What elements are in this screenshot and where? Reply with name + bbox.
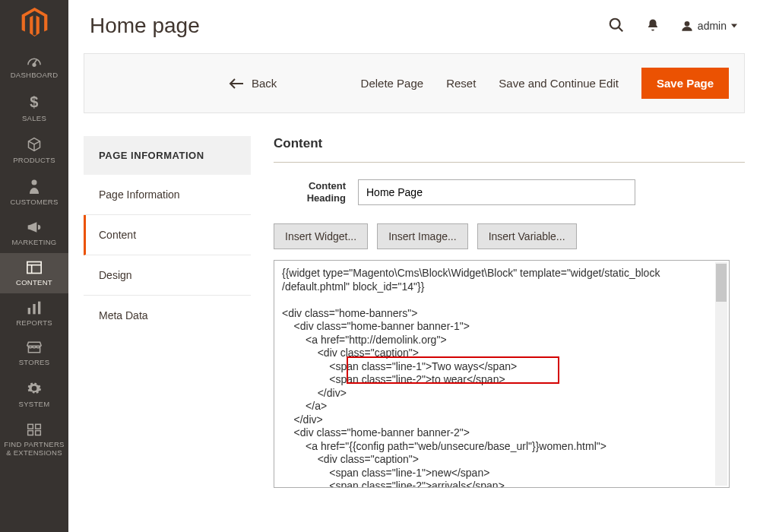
nav-content[interactable]: CONTENT xyxy=(0,253,68,293)
svg-line-1 xyxy=(34,59,37,63)
save-page-button[interactable]: Save Page xyxy=(641,68,729,99)
svg-rect-4 xyxy=(27,261,41,273)
insert-variable-button[interactable]: Insert Variable... xyxy=(477,223,577,249)
user-name: admin xyxy=(698,20,727,32)
person-icon xyxy=(3,179,65,195)
insert-image-button[interactable]: Insert Image... xyxy=(377,223,467,249)
code-line: </div> xyxy=(282,387,721,401)
svg-rect-13 xyxy=(36,431,41,435)
svg-rect-12 xyxy=(28,431,33,435)
code-line: <div class="home-banners"> xyxy=(282,307,721,321)
svg-point-3 xyxy=(32,179,37,185)
svg-line-15 xyxy=(619,27,623,31)
bars-icon xyxy=(3,301,65,316)
code-line: <div class="caption"> xyxy=(282,347,721,360)
megaphone-icon xyxy=(3,220,65,236)
nav-reports[interactable]: REPORTS xyxy=(0,293,68,334)
top-bar: Home page admin xyxy=(68,0,760,53)
scrollbar-thumb[interactable] xyxy=(716,264,727,302)
content-html-editor[interactable]: {{widget type="Magento\Cms\Block\Widget\… xyxy=(274,260,730,488)
user-icon xyxy=(681,20,693,32)
code-line: <span class="line-2">arrivals</span> xyxy=(282,480,721,488)
code-line: <span class="line-2">to wear</span> xyxy=(282,373,721,387)
dollar-icon: $ xyxy=(3,93,65,112)
nav-stores[interactable]: STORES xyxy=(0,333,68,373)
svg-rect-9 xyxy=(38,301,40,314)
svg-point-14 xyxy=(610,18,620,28)
action-bar: Back Delete Page Reset Save and Continue… xyxy=(84,53,745,113)
code-line: </div> xyxy=(282,413,721,427)
content-heading-input[interactable] xyxy=(358,179,635,205)
svg-rect-8 xyxy=(33,304,35,314)
code-line: <div class="home-banner banner-1"> xyxy=(282,320,721,334)
tab-meta-data[interactable]: Meta Data xyxy=(84,296,251,335)
nav-marketing[interactable]: MARKETING xyxy=(0,213,68,253)
code-line: </a> xyxy=(282,400,721,413)
code-line: <div class="home-banner banner-2"> xyxy=(282,426,721,440)
notifications-icon[interactable] xyxy=(646,17,660,35)
content-heading-label: Content Heading xyxy=(274,180,346,205)
svg-rect-10 xyxy=(28,425,33,429)
nav-customers[interactable]: CUSTOMERS xyxy=(0,171,68,213)
svg-point-0 xyxy=(33,64,36,67)
blocks-icon xyxy=(3,423,65,438)
code-line: <span class="line-1">new</span> xyxy=(282,467,721,480)
section-title: Content xyxy=(274,136,745,163)
code-line: <span class="line-1">Two ways</span> xyxy=(282,360,721,374)
nav-find-partners-extensions[interactable]: FIND PARTNERS & EXTENSIONS xyxy=(0,415,68,464)
reset-button[interactable]: Reset xyxy=(446,77,476,90)
gear-icon xyxy=(3,381,65,397)
nav-products[interactable]: PRODUCTS xyxy=(0,129,68,171)
chevron-down-icon xyxy=(731,23,737,29)
tab-design[interactable]: Design xyxy=(84,255,251,296)
code-line: <a href="{{config path="web/unsecure/bas… xyxy=(282,440,721,454)
code-line: {{widget type="Magento\Cms\Block\Widget\… xyxy=(282,267,721,280)
svg-rect-7 xyxy=(28,308,30,314)
nav-system[interactable]: SYSTEM xyxy=(0,373,68,415)
svg-point-16 xyxy=(685,21,690,27)
page-title: Home page xyxy=(90,14,200,38)
code-line: <a href="http://demolink.org"> xyxy=(282,334,721,347)
back-button[interactable]: Back xyxy=(229,77,277,90)
svg-text:$: $ xyxy=(30,93,38,110)
nav-sales[interactable]: $SALES xyxy=(0,86,68,129)
panel-header: PAGE INFORMATION xyxy=(84,136,251,175)
box-icon xyxy=(3,137,65,154)
code-line: <div class="caption"> xyxy=(282,453,721,467)
layout-icon xyxy=(3,261,65,276)
main-panel: Home page admin Back Delete Pa xyxy=(68,0,760,532)
content-editor-panel: Content Content Heading Insert Widget...… xyxy=(274,136,745,488)
admin-sidebar: DASHBOARD$SALESPRODUCTSCUSTOMERSMARKETIN… xyxy=(0,0,68,532)
delete-page-button[interactable]: Delete Page xyxy=(361,77,424,90)
code-line xyxy=(282,293,721,307)
storefront-icon xyxy=(3,340,65,356)
tab-page-information[interactable]: Page Information xyxy=(84,175,251,215)
insert-widget-button[interactable]: Insert Widget... xyxy=(274,223,368,249)
dashboard-icon xyxy=(3,53,65,68)
user-menu[interactable]: admin xyxy=(681,20,737,32)
code-line: /default.phtml" block_id="14"}} xyxy=(282,280,721,294)
magento-logo-icon xyxy=(21,8,48,38)
search-icon[interactable] xyxy=(608,17,625,36)
nav-dashboard[interactable]: DASHBOARD xyxy=(0,46,68,86)
svg-rect-11 xyxy=(36,425,41,429)
page-info-panel: PAGE INFORMATION Page InformationContent… xyxy=(84,136,251,335)
save-continue-button[interactable]: Save and Continue Edit xyxy=(499,77,619,90)
tab-content[interactable]: Content xyxy=(84,215,251,255)
